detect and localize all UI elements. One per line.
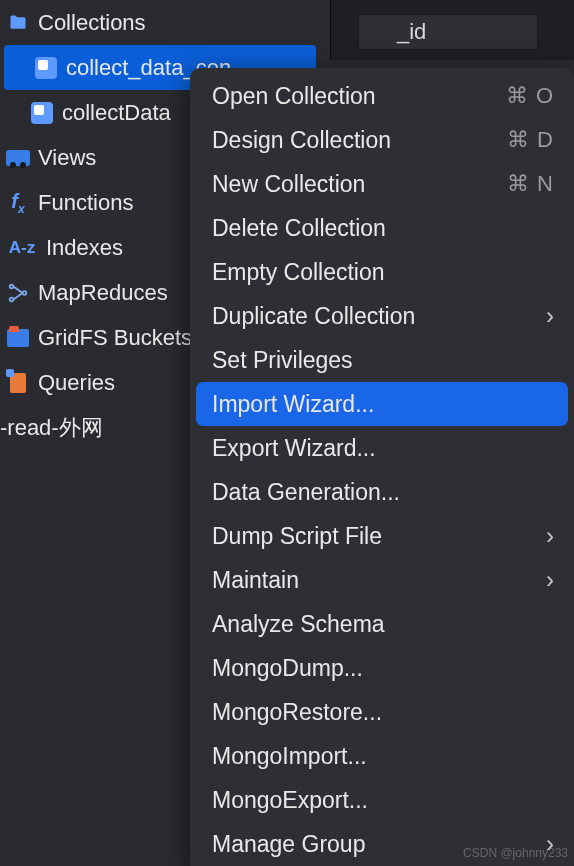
views-icon xyxy=(6,146,30,170)
gridfs-icon xyxy=(6,326,30,350)
collection-icon xyxy=(30,101,54,125)
tree-item-label: Functions xyxy=(38,190,133,216)
menu-item-new-collection[interactable]: New Collection⌘ N xyxy=(190,162,574,206)
menu-item-mongoexport[interactable]: MongoExport... xyxy=(190,778,574,822)
queries-icon xyxy=(6,371,30,395)
menu-item-label: Data Generation... xyxy=(212,479,400,506)
tree-item-label: Views xyxy=(38,145,96,171)
tree-item-label: GridFS Buckets xyxy=(38,325,192,351)
menu-item-mongodump[interactable]: MongoDump... xyxy=(190,646,574,690)
menu-item-mongoimport[interactable]: MongoImport... xyxy=(190,734,574,778)
menu-item-label: Delete Collection xyxy=(212,215,386,242)
column-header-label: _id xyxy=(397,19,426,45)
function-icon: fx xyxy=(6,191,30,215)
column-header-id[interactable]: _id xyxy=(358,14,538,50)
menu-item-label: Duplicate Collection xyxy=(212,303,415,330)
menu-item-label: Export Wizard... xyxy=(212,435,376,462)
tree-item-label: MapReduces xyxy=(38,280,168,306)
menu-item-export-wizard[interactable]: Export Wizard... xyxy=(190,426,574,470)
menu-item-design-collection[interactable]: Design Collection⌘ D xyxy=(190,118,574,162)
menu-item-label: Empty Collection xyxy=(212,259,385,286)
menu-item-analyze-schema[interactable]: Analyze Schema xyxy=(190,602,574,646)
menu-item-delete-collection[interactable]: Delete Collection xyxy=(190,206,574,250)
menu-item-label: New Collection xyxy=(212,171,365,198)
tree-item-label: Indexes xyxy=(46,235,123,261)
chevron-right-icon: › xyxy=(546,566,554,594)
menu-shortcut: ⌘ D xyxy=(507,127,554,153)
svg-point-2 xyxy=(23,291,27,295)
collection-icon xyxy=(34,56,58,80)
menu-item-label: Dump Script File xyxy=(212,523,382,550)
menu-item-dump-script-file[interactable]: Dump Script File› xyxy=(190,514,574,558)
context-menu: Open Collection⌘ ODesign Collection⌘ DNe… xyxy=(190,68,574,866)
tree-item-label: -read-外网 xyxy=(0,413,103,443)
menu-item-maintain[interactable]: Maintain› xyxy=(190,558,574,602)
menu-item-label: Analyze Schema xyxy=(212,611,385,638)
svg-point-1 xyxy=(10,297,14,301)
menu-item-duplicate-collection[interactable]: Duplicate Collection› xyxy=(190,294,574,338)
menu-item-label: MongoDump... xyxy=(212,655,363,682)
menu-item-label: Manage Group xyxy=(212,831,365,858)
menu-item-import-wizard[interactable]: Import Wizard... xyxy=(196,382,568,426)
menu-item-mongorestore[interactable]: MongoRestore... xyxy=(190,690,574,734)
tree-item-label: Queries xyxy=(38,370,115,396)
svg-point-0 xyxy=(10,284,14,288)
menu-item-label: Design Collection xyxy=(212,127,391,154)
chevron-right-icon: › xyxy=(546,302,554,330)
tree-item-label: Collections xyxy=(38,10,146,36)
tree-item-collections[interactable]: Collections xyxy=(0,0,320,45)
menu-item-label: MongoRestore... xyxy=(212,699,382,726)
menu-item-label: Import Wizard... xyxy=(212,391,374,418)
folder-icon xyxy=(6,11,30,35)
menu-item-label: Maintain xyxy=(212,567,299,594)
menu-item-label: Set Privileges xyxy=(212,347,353,374)
index-icon: A-z xyxy=(6,236,38,260)
menu-item-label: MongoExport... xyxy=(212,787,368,814)
menu-item-label: MongoImport... xyxy=(212,743,367,770)
mapreduce-icon xyxy=(6,281,30,305)
chevron-right-icon: › xyxy=(546,522,554,550)
tree-item-label: collectData xyxy=(62,100,171,126)
watermark: CSDN @johnny233 xyxy=(463,846,568,860)
menu-shortcut: ⌘ N xyxy=(507,171,554,197)
menu-item-data-generation[interactable]: Data Generation... xyxy=(190,470,574,514)
menu-item-set-privileges[interactable]: Set Privileges xyxy=(190,338,574,382)
menu-item-label: Open Collection xyxy=(212,83,376,110)
menu-shortcut: ⌘ O xyxy=(506,83,554,109)
menu-item-open-collection[interactable]: Open Collection⌘ O xyxy=(190,74,574,118)
menu-item-empty-collection[interactable]: Empty Collection xyxy=(190,250,574,294)
